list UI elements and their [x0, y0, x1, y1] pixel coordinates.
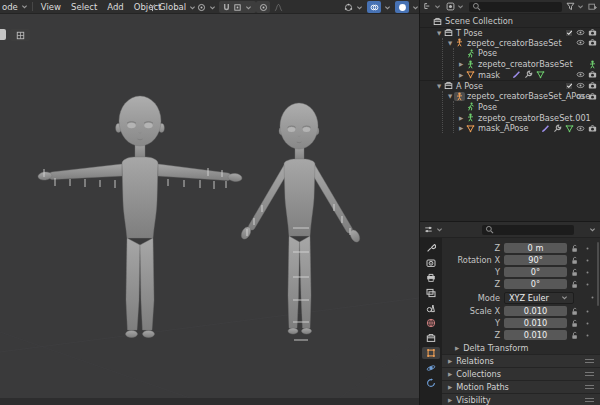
lock-toggle[interactable] — [567, 319, 582, 328]
hide-in-viewport-eye-icon[interactable] — [576, 81, 585, 90]
outliner-row[interactable]: ▼A Pose — [420, 80, 600, 91]
tab-render[interactable] — [422, 257, 440, 269]
tab-physics[interactable] — [422, 362, 440, 374]
outliner-row[interactable]: Scene Collection — [420, 16, 600, 27]
drag-handle[interactable] — [585, 385, 594, 389]
scrollbar[interactable] — [597, 242, 599, 306]
value-field-y[interactable]: 0.010 — [504, 318, 567, 328]
disable-in-renders-camera-icon[interactable] — [588, 124, 597, 133]
chevron-down-icon[interactable] — [244, 3, 253, 12]
animate-dot[interactable] — [582, 333, 592, 338]
disclosure-icon[interactable]: ▶ — [457, 72, 465, 78]
menu-view[interactable]: View — [36, 2, 66, 12]
value-field-z[interactable]: 0 m — [504, 243, 567, 253]
tab-world[interactable] — [422, 317, 440, 329]
outliner-row[interactable]: ▼zepeto_creatorBaseSet — [420, 37, 600, 48]
outliner-row[interactable]: ▶mask — [420, 69, 600, 80]
pivot-point-dropdown[interactable] — [197, 0, 217, 14]
shading-solid-toggle[interactable] — [395, 1, 409, 13]
hide-in-viewport-eye-icon[interactable] — [576, 38, 585, 47]
disclosure-icon[interactable]: ▼ — [446, 93, 454, 99]
properties-editor-type-icon[interactable] — [424, 225, 433, 234]
disclosure-icon[interactable]: ▶ — [457, 115, 465, 121]
panel-header-collections[interactable]: ▶Collections — [442, 367, 600, 380]
animate-dot[interactable] — [582, 270, 592, 275]
panel-header-visibility[interactable]: ▶Visibility — [442, 393, 600, 405]
chevron-down-icon[interactable] — [355, 3, 364, 12]
tab-constraints[interactable] — [422, 377, 440, 389]
filter-funnel-icon[interactable] — [566, 2, 575, 11]
character-a-pose[interactable] — [239, 103, 361, 334]
hide-in-viewport-eye-icon[interactable] — [576, 70, 585, 79]
animate-dot[interactable] — [582, 282, 592, 287]
proportional-editing-toggle[interactable] — [256, 1, 270, 13]
hide-in-viewport-eye-icon[interactable] — [576, 92, 585, 101]
disable-in-renders-camera-icon[interactable] — [588, 70, 597, 79]
menu-add[interactable]: Add — [102, 2, 128, 12]
disclosure-icon[interactable]: ▼ — [435, 83, 443, 89]
display-mode-icon[interactable] — [423, 2, 432, 11]
outliner-row[interactable]: ▼zepeto_creatorBaseSet_APose — [420, 91, 600, 102]
editor-divider-vertical[interactable] — [419, 0, 420, 405]
3d-viewport[interactable] — [0, 14, 419, 405]
proportional-falloff-dropdown[interactable] — [274, 0, 283, 14]
chevron-down-icon[interactable] — [383, 3, 392, 12]
outliner-row[interactable]: ▶zepeto_creatorBaseSet — [420, 59, 600, 70]
animate-dot[interactable] — [588, 295, 597, 300]
tab-object[interactable] — [422, 347, 440, 359]
animate-dot[interactable] — [582, 309, 592, 314]
options-chevron-icon[interactable] — [588, 225, 597, 234]
mode-dropdown[interactable]: ode — [0, 2, 29, 12]
transform-orientation-dropdown[interactable]: Global — [148, 0, 197, 14]
outliner-row[interactable]: Pose — [420, 48, 600, 59]
animate-dot[interactable] — [582, 258, 592, 263]
panel-header-motion-paths[interactable]: ▶Motion Paths — [442, 380, 600, 393]
new-collection-icon[interactable] — [588, 2, 597, 11]
disclosure-icon[interactable]: ▶ — [457, 61, 465, 67]
value-field-rotation-x[interactable]: 90° — [504, 255, 567, 265]
value-field-scale-x[interactable]: 0.010 — [504, 306, 567, 316]
lock-toggle[interactable] — [567, 268, 582, 277]
properties-search[interactable] — [482, 225, 574, 235]
drag-handle[interactable] — [585, 359, 594, 363]
lock-toggle[interactable] — [567, 307, 582, 316]
value-field-z[interactable]: 0.010 — [504, 330, 567, 340]
disable-in-renders-camera-icon[interactable] — [588, 92, 597, 101]
outliner-row[interactable]: ▼T Pose — [420, 27, 600, 38]
tab-view-layer[interactable] — [422, 287, 440, 299]
lock-toggle[interactable] — [567, 331, 582, 340]
drag-handle[interactable] — [585, 372, 594, 376]
disclosure-icon[interactable]: ▼ — [435, 30, 443, 36]
exclude-checkbox[interactable] — [565, 82, 573, 90]
hide-in-viewport-eye-icon[interactable] — [576, 28, 585, 37]
properties-search-input[interactable] — [496, 225, 571, 234]
disclosure-icon[interactable]: ▼ — [446, 40, 454, 46]
editor-divider-horizontal[interactable] — [420, 221, 600, 222]
panel-header-relations[interactable]: ▶Relations — [442, 354, 600, 367]
disclosure-icon[interactable]: ▶ — [457, 125, 465, 131]
filter-objects-icon[interactable] — [446, 2, 455, 11]
rotation-mode-dropdown[interactable]: XYZ Euler — [504, 292, 574, 304]
chevron-down-icon[interactable] — [435, 225, 444, 234]
chevron-down-icon[interactable] — [576, 2, 585, 11]
snap-target-icon[interactable] — [233, 3, 242, 12]
outliner-search-input[interactable] — [483, 2, 559, 11]
tool-settings-button[interactable] — [10, 29, 30, 41]
value-field-z[interactable]: 0° — [504, 279, 567, 289]
lock-toggle[interactable] — [567, 280, 582, 289]
tab-scene[interactable] — [422, 302, 440, 314]
lock-toggle[interactable] — [567, 256, 582, 265]
outliner-row[interactable]: ▶mask_APose — [420, 123, 600, 134]
overlays-toggle[interactable] — [367, 1, 381, 13]
outliner-row[interactable]: Pose — [420, 102, 600, 113]
menu-select[interactable]: Select — [66, 2, 102, 12]
animate-dot[interactable] — [582, 246, 592, 251]
tab-collection[interactable] — [422, 332, 440, 344]
drag-handle[interactable] — [585, 398, 594, 402]
delta-transform-subpanel[interactable]: ▶ Delta Transform — [442, 341, 600, 354]
editor-type-icon[interactable] — [0, 29, 6, 40]
exclude-checkbox[interactable] — [565, 29, 573, 37]
snap-magnet-toggle[interactable] — [222, 3, 231, 12]
outliner-search[interactable] — [469, 2, 562, 12]
value-field-y[interactable]: 0° — [504, 267, 567, 277]
